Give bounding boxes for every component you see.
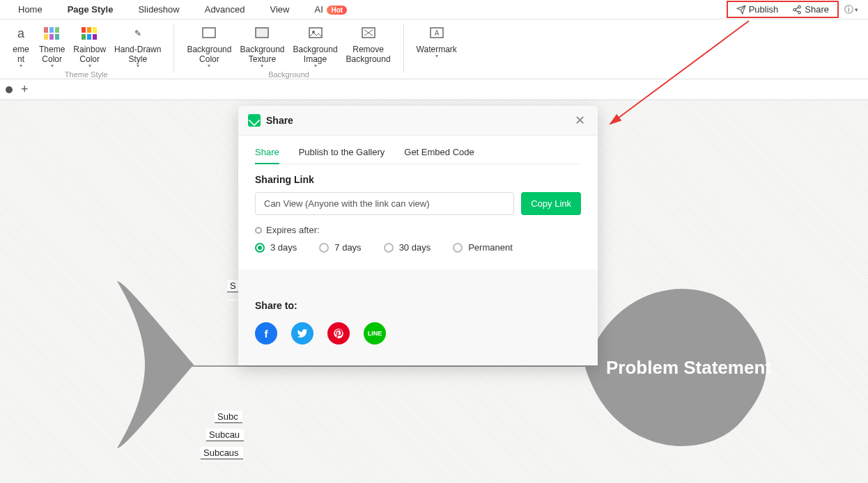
dialog-close-button[interactable]: ✕ bbox=[572, 113, 588, 128]
chevron-down-icon: ▾ bbox=[88, 63, 91, 69]
radio-icon bbox=[453, 243, 463, 253]
svg-point-0 bbox=[798, 6, 801, 8]
svg-rect-12 bbox=[82, 34, 86, 40]
bg-color-icon bbox=[199, 24, 219, 43]
subcause-label-2[interactable]: Subc bbox=[215, 411, 242, 423]
new-document-button[interactable]: + bbox=[21, 82, 29, 97]
expires-bullet-icon bbox=[255, 227, 262, 234]
radio-30days-label: 30 days bbox=[399, 242, 431, 253]
radio-permanent-label: Permanent bbox=[468, 242, 513, 253]
tab-advanced[interactable]: Advanced bbox=[192, 1, 258, 17]
ribbon-bg-image[interactable]: Background Image ▾ bbox=[289, 24, 342, 69]
ribbon-group-theme-style: a eme nt ▾ Theme Color ▾ Rainbow Color ▾… bbox=[3, 24, 169, 79]
dialog-tab-share[interactable]: Share bbox=[255, 143, 279, 164]
tab-slideshow[interactable]: Slideshow bbox=[125, 1, 192, 17]
chevron-down-icon: ▾ bbox=[855, 6, 858, 13]
share-pinterest-button[interactable] bbox=[327, 322, 350, 345]
chevron-down-icon: ▾ bbox=[51, 63, 54, 69]
fish-tail-shape bbox=[110, 274, 201, 455]
svg-rect-3 bbox=[44, 27, 48, 33]
ribbon-watermark[interactable]: A Watermark ▾ bbox=[412, 24, 461, 59]
rainbow-label: Rainbow Color bbox=[73, 45, 106, 64]
pinterest-icon bbox=[333, 328, 344, 339]
rainbow-icon bbox=[80, 24, 100, 43]
ribbon-group-watermark: A Watermark ▾ bbox=[408, 24, 465, 79]
help-button[interactable]: ⓘ ▾ bbox=[840, 2, 862, 17]
radio-7days[interactable]: 7 days bbox=[319, 242, 361, 253]
ribbon-theme-font[interactable]: a eme nt ▾ bbox=[7, 24, 35, 69]
svg-rect-15 bbox=[203, 28, 215, 38]
expires-label: Expires after: bbox=[266, 225, 320, 235]
tab-home[interactable]: Home bbox=[6, 1, 55, 17]
share-line-button[interactable]: LINE bbox=[364, 322, 386, 345]
ribbon: a eme nt ▾ Theme Color ▾ Rainbow Color ▾… bbox=[0, 19, 868, 79]
remove-bg-icon bbox=[359, 24, 378, 43]
radio-30days[interactable]: 30 days bbox=[384, 242, 431, 253]
dialog-tabs: Share Publish to the Gallery Get Embed C… bbox=[255, 136, 581, 164]
group-label-background: Background bbox=[268, 70, 309, 79]
tab-page-style[interactable]: Page Style bbox=[55, 1, 126, 17]
radio-icon bbox=[255, 243, 265, 253]
svg-rect-5 bbox=[55, 27, 59, 33]
document-tab-active[interactable] bbox=[6, 86, 13, 93]
radio-7days-label: 7 days bbox=[334, 242, 361, 253]
subcause-label-4[interactable]: Subcaus bbox=[201, 447, 243, 459]
dialog-body: Share Publish to the Gallery Get Embed C… bbox=[238, 136, 598, 269]
svg-rect-14 bbox=[93, 34, 97, 40]
svg-rect-17 bbox=[309, 28, 322, 38]
ribbon-bg-texture[interactable]: Background Texture ▾ bbox=[235, 24, 288, 69]
svg-rect-9 bbox=[82, 27, 86, 33]
ribbon-remove-bg[interactable]: Remove Background bbox=[342, 24, 395, 69]
dialog-tab-publish[interactable]: Publish to the Gallery bbox=[299, 143, 385, 164]
fish-head-text[interactable]: Problem Statement bbox=[606, 357, 771, 379]
group-label-theme-style: Theme Style bbox=[65, 70, 108, 79]
bg-image-icon bbox=[306, 24, 325, 43]
chevron-down-icon: ▾ bbox=[20, 63, 22, 69]
subcause-label-3[interactable]: Subcau bbox=[206, 429, 244, 441]
theme-font-label: eme nt bbox=[13, 45, 29, 64]
svg-rect-4 bbox=[49, 27, 54, 33]
publish-label: Publish bbox=[749, 4, 779, 15]
share-link-input[interactable] bbox=[255, 192, 514, 215]
radio-icon bbox=[319, 243, 329, 253]
tab-ai[interactable]: AI Hot bbox=[302, 1, 360, 17]
radio-3days[interactable]: 3 days bbox=[255, 242, 297, 253]
share-icon bbox=[792, 5, 802, 15]
sharing-link-label: Sharing Link bbox=[255, 174, 581, 185]
copy-link-button[interactable]: Copy Link bbox=[521, 192, 581, 215]
theme-color-label: Theme Color bbox=[39, 45, 65, 64]
chevron-down-icon: ▾ bbox=[208, 63, 210, 69]
ribbon-theme-color[interactable]: Theme Color ▾ bbox=[35, 24, 69, 69]
svg-text:A: A bbox=[434, 29, 439, 37]
share-label: Share bbox=[805, 4, 829, 15]
menubar: Home Page Style Slideshow Advanced View … bbox=[0, 0, 868, 19]
bg-texture-label: Background Texture bbox=[240, 45, 284, 64]
tab-ai-label: AI bbox=[315, 4, 323, 15]
svg-rect-16 bbox=[256, 28, 268, 38]
hot-badge: Hot bbox=[327, 6, 347, 15]
help-icon: ⓘ bbox=[844, 3, 853, 16]
publish-button[interactable]: Publish bbox=[731, 3, 784, 16]
chevron-down-icon: ▾ bbox=[261, 63, 263, 69]
share-facebook-button[interactable]: f bbox=[255, 322, 277, 345]
dialog-footer: Share to: f LINE bbox=[238, 269, 598, 365]
svg-rect-8 bbox=[55, 34, 59, 40]
share-button[interactable]: Share bbox=[786, 3, 835, 16]
tab-view[interactable]: View bbox=[258, 1, 302, 17]
dialog-tab-embed[interactable]: Get Embed Code bbox=[404, 143, 474, 164]
ribbon-rainbow-color[interactable]: Rainbow Color ▾ bbox=[69, 24, 110, 69]
pencil-icon: ✎ bbox=[128, 24, 148, 43]
fishbone-spine bbox=[188, 365, 599, 367]
bg-texture-icon bbox=[252, 24, 272, 43]
document-tabs: + bbox=[0, 79, 868, 100]
chevron-down-icon: ▾ bbox=[435, 53, 438, 59]
svg-point-1 bbox=[793, 8, 796, 11]
dialog-title: Share bbox=[266, 115, 293, 126]
svg-rect-6 bbox=[44, 34, 48, 40]
dialog-header: Share ✕ bbox=[238, 106, 598, 136]
radio-permanent[interactable]: Permanent bbox=[453, 242, 513, 253]
ribbon-bg-color[interactable]: Background Color ▾ bbox=[183, 24, 235, 69]
share-twitter-button[interactable] bbox=[291, 322, 313, 345]
ribbon-hand-drawn[interactable]: ✎ Hand-Drawn Style ▾ bbox=[110, 24, 165, 69]
svg-rect-13 bbox=[87, 34, 91, 40]
